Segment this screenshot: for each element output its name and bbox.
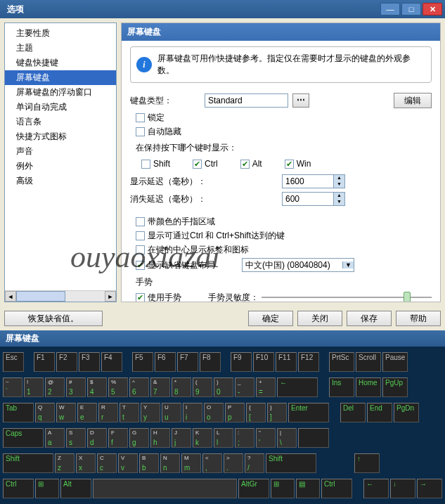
- sidebar-item-1[interactable]: 主题: [5, 41, 116, 56]
- key-l[interactable]: Ll: [214, 428, 233, 448]
- key-[interactable]: ←: [277, 377, 318, 397]
- key-shift[interactable]: Shift: [266, 453, 316, 473]
- key-h[interactable]: Hh: [150, 428, 170, 448]
- key-[interactable]: <,: [202, 453, 222, 473]
- key-shift[interactable]: Shift: [3, 453, 53, 473]
- key-f9[interactable]: F9: [231, 352, 252, 372]
- key-i[interactable]: Ii: [183, 403, 202, 422]
- hidedelay-spinner[interactable]: 600 ▲▼: [282, 192, 345, 206]
- key-j[interactable]: Jj: [172, 428, 191, 448]
- key-t[interactable]: Tt: [120, 403, 139, 422]
- maximize-button[interactable]: □: [401, 3, 421, 15]
- restore-defaults-button[interactable]: 恢复缺省值。: [4, 311, 103, 326]
- key-z[interactable]: Zz: [55, 453, 75, 473]
- shift-checkbox[interactable]: [141, 160, 150, 169]
- save-button[interactable]: 保存: [347, 311, 392, 326]
- key-6[interactable]: ^6: [129, 377, 149, 397]
- key-home[interactable]: Home: [356, 377, 381, 397]
- ctrlshift-checkbox[interactable]: [136, 231, 145, 240]
- sidebar-item-4[interactable]: 屏幕键盘的浮动窗口: [5, 85, 116, 100]
- sidebar-item-0[interactable]: 主要性质: [5, 26, 116, 41]
- key-7[interactable]: &7: [150, 377, 170, 397]
- key-g[interactable]: Gg: [129, 428, 149, 448]
- key-e[interactable]: Ee: [77, 403, 97, 422]
- key-b[interactable]: Bb: [139, 453, 159, 473]
- key-pgdn[interactable]: PgDn: [394, 403, 419, 422]
- key-0[interactable]: )0: [214, 377, 233, 397]
- key-[interactable]: +=: [256, 377, 276, 397]
- key-p[interactable]: Pp: [225, 403, 245, 422]
- autohide-checkbox[interactable]: [136, 127, 145, 136]
- key-pause[interactable]: Pause: [382, 352, 408, 372]
- key-f8[interactable]: F8: [200, 352, 221, 372]
- key-n[interactable]: Nn: [160, 453, 180, 473]
- key-5[interactable]: %5: [108, 377, 128, 397]
- key-1[interactable]: !1: [24, 377, 44, 397]
- key-u[interactable]: Uu: [162, 403, 181, 422]
- sidebar-item-10[interactable]: 高级: [5, 174, 116, 188]
- key-x[interactable]: Xx: [76, 453, 96, 473]
- ctrl-checkbox[interactable]: [193, 160, 202, 169]
- key-[interactable]: }]: [267, 403, 287, 422]
- key-v[interactable]: Vv: [118, 453, 138, 473]
- key-8[interactable]: *8: [172, 377, 191, 397]
- key-m[interactable]: Mm: [181, 453, 201, 473]
- ok-button[interactable]: 确定: [248, 311, 293, 326]
- key-[interactable]: ?/: [245, 453, 264, 473]
- key-[interactable]: {[: [246, 403, 266, 422]
- key-[interactable]: "': [256, 428, 276, 448]
- key-y[interactable]: Yy: [141, 403, 160, 422]
- kbtype-browse-button[interactable]: ⋯: [292, 93, 309, 108]
- kbtype-select[interactable]: Standard: [205, 93, 288, 108]
- close-button[interactable]: ✕: [423, 3, 442, 15]
- key-[interactable]: ⊞: [35, 479, 59, 498]
- key-alt[interactable]: Alt: [60, 479, 91, 498]
- win-checkbox[interactable]: [285, 160, 294, 169]
- key-[interactable]: ↓: [390, 479, 415, 498]
- scroll-left-arrow[interactable]: ◄: [5, 291, 16, 302]
- colorfinger-checkbox[interactable]: [136, 217, 145, 226]
- key-[interactable]: ⊞: [271, 479, 295, 498]
- key-[interactable]: [298, 428, 329, 448]
- key-r[interactable]: Rr: [98, 403, 118, 422]
- key-del[interactable]: Del: [340, 403, 366, 422]
- key-tab[interactable]: Tab: [3, 403, 34, 422]
- usegestures-checkbox[interactable]: [136, 293, 145, 302]
- key-f11[interactable]: F11: [276, 352, 297, 372]
- key-[interactable]: ▤: [296, 479, 320, 498]
- key-[interactable]: ~`: [3, 377, 22, 397]
- centerlabels-checkbox[interactable]: [136, 245, 145, 254]
- key-[interactable]: :;: [235, 428, 254, 448]
- key-f[interactable]: Ff: [108, 428, 128, 448]
- key-3[interactable]: #3: [66, 377, 86, 397]
- key-enter[interactable]: Enter: [288, 403, 329, 422]
- sidebar-item-7[interactable]: 快捷方式图标: [5, 129, 116, 144]
- sidebar-item-3[interactable]: 屏幕键盘: [5, 70, 116, 85]
- help-button[interactable]: 帮助: [396, 311, 441, 326]
- key-f7[interactable]: F7: [177, 352, 198, 372]
- key-end[interactable]: End: [367, 403, 392, 422]
- edit-button[interactable]: 编辑: [394, 93, 432, 108]
- close-dialog-button[interactable]: 关闭: [297, 311, 342, 326]
- key-scroll[interactable]: Scroll: [356, 352, 381, 372]
- key-ctrl[interactable]: Ctrl: [3, 479, 34, 498]
- key-w[interactable]: Ww: [56, 403, 76, 422]
- key-[interactable]: >.: [224, 453, 243, 473]
- key-prtsc[interactable]: PrtSc: [329, 352, 354, 372]
- scroll-right-arrow[interactable]: ►: [105, 291, 116, 302]
- sidebar-item-8[interactable]: 声音: [5, 144, 116, 159]
- defaultlayout-dropdown[interactable]: 中文(中国) (08040804) ▼: [242, 258, 354, 272]
- lock-checkbox[interactable]: [136, 113, 145, 122]
- key-2[interactable]: @2: [45, 377, 65, 397]
- key-f3[interactable]: F3: [79, 352, 100, 372]
- defaultlayout-checkbox[interactable]: [136, 261, 145, 270]
- sensitivity-slider[interactable]: [262, 290, 432, 302]
- key-[interactable]: _-: [235, 377, 254, 397]
- key-f2[interactable]: F2: [56, 352, 77, 372]
- key-f5[interactable]: F5: [132, 352, 153, 372]
- key-[interactable]: |\: [277, 428, 297, 448]
- key-4[interactable]: $4: [87, 377, 107, 397]
- key-esc[interactable]: Esc: [3, 352, 24, 372]
- key-9[interactable]: (9: [193, 377, 212, 397]
- key-ins[interactable]: Ins: [329, 377, 354, 397]
